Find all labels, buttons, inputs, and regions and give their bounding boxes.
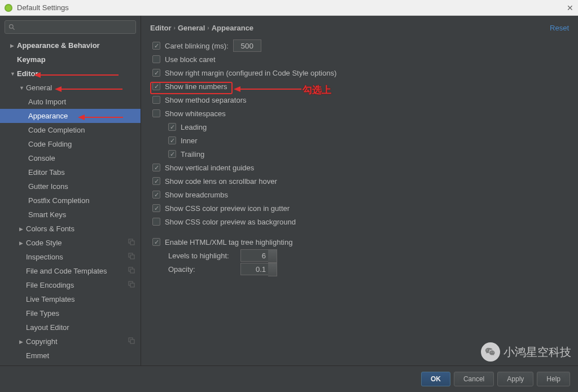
- tree-item[interactable]: Inspections: [0, 250, 141, 264]
- tree-item-label: Keymap: [17, 55, 46, 64]
- svg-rect-3: [130, 241, 134, 245]
- levels-label: Levels to highlight:: [168, 252, 236, 260]
- leading-label: Leading: [181, 123, 207, 131]
- breadcrumb: Editor › General › Appearance Reset: [150, 20, 569, 39]
- tree-item[interactable]: Console: [0, 151, 141, 165]
- tree-item[interactable]: ▶Code Style: [0, 236, 141, 250]
- whitespaces-checkbox[interactable]: [152, 109, 160, 117]
- css-gutter-checkbox[interactable]: [152, 204, 160, 212]
- tree-item[interactable]: Appearance: [0, 109, 141, 123]
- inner-checkbox[interactable]: [168, 136, 176, 144]
- tree-item[interactable]: Live Templates: [0, 292, 141, 306]
- trailing-checkbox[interactable]: [168, 150, 176, 158]
- line-numbers-checkbox[interactable]: [152, 82, 160, 90]
- tree-item[interactable]: Keymap: [0, 52, 141, 67]
- apply-button[interactable]: Apply: [497, 372, 533, 386]
- tree-arrow-icon: ▶: [19, 240, 26, 246]
- leading-checkbox[interactable]: [168, 123, 176, 131]
- copy-icon: [128, 267, 135, 275]
- html-tag-row: Enable HTML/XML tag tree highlighting: [152, 235, 569, 249]
- tree-item-label: Inspections: [26, 253, 63, 261]
- whitespaces-label: Show whitespaces: [165, 109, 226, 118]
- css-gutter-row: Show CSS color preview icon in gutter: [152, 201, 569, 215]
- search-icon: [8, 24, 16, 31]
- sidebar: ▶Appearance & BehaviorKeymap▼Editor▼Gene…: [0, 16, 141, 365]
- whitespaces-row: Show whitespaces: [152, 107, 569, 120]
- tree-item[interactable]: ▶Copyright: [0, 334, 141, 349]
- tree-item[interactable]: ▶Colors & Fonts: [0, 222, 141, 236]
- tree-item[interactable]: Emmet: [0, 349, 141, 363]
- tree-item[interactable]: ▶Appearance & Behavior: [0, 38, 141, 52]
- chevron-right-icon: ›: [174, 25, 176, 31]
- options-panel: Caret blinking (ms): Use block caret Sho…: [150, 39, 569, 276]
- ok-button[interactable]: OK: [421, 372, 450, 386]
- tree-item-label: Code Folding: [28, 140, 72, 148]
- tree-item-label: Editor: [17, 69, 38, 78]
- breadcrumbs-checkbox[interactable]: [152, 191, 160, 199]
- caret-blinking-input[interactable]: [233, 39, 261, 52]
- levels-input[interactable]: 6: [240, 249, 269, 262]
- svg-rect-11: [130, 340, 134, 343]
- tree-item-label: File Encodings: [26, 281, 74, 289]
- tree-item-label: Auto Import: [28, 98, 66, 106]
- block-caret-checkbox[interactable]: [152, 55, 160, 63]
- copy-icon: [128, 253, 135, 261]
- tree-item[interactable]: Postfix Completion: [0, 193, 141, 208]
- tree-item-label: Smart Keys: [28, 210, 66, 219]
- tree-item[interactable]: Layout Editor: [0, 320, 141, 334]
- block-caret-label: Use block caret: [165, 55, 216, 64]
- copy-icon: [128, 337, 135, 346]
- tree-item[interactable]: ▼General: [0, 81, 141, 95]
- tree-item-label: Appearance & Behavior: [17, 41, 100, 50]
- tree-item[interactable]: File Encodings: [0, 278, 141, 292]
- trailing-row: Trailing: [152, 147, 569, 161]
- right-margin-label: Show right margin (configured in Code St…: [165, 69, 336, 77]
- leading-row: Leading: [152, 120, 569, 134]
- tree-item[interactable]: File Types: [0, 306, 141, 320]
- svg-rect-9: [130, 283, 134, 287]
- help-button[interactable]: Help: [537, 372, 570, 386]
- tree-item[interactable]: Smart Keys: [0, 208, 141, 222]
- tree-item[interactable]: Auto Import: [0, 95, 141, 109]
- code-lens-checkbox[interactable]: [152, 177, 160, 185]
- tree-item[interactable]: Code Completion: [0, 123, 141, 137]
- copy-icon: [128, 239, 135, 247]
- reset-link[interactable]: Reset: [550, 24, 569, 32]
- inner-row: Inner: [152, 134, 569, 147]
- tree-item[interactable]: Gutter Icons: [0, 179, 141, 193]
- svg-line-1: [12, 28, 14, 29]
- tree-arrow-icon: ▶: [19, 339, 26, 345]
- chevron-right-icon: ›: [207, 25, 209, 31]
- tree-item-label: Gutter Icons: [28, 182, 68, 191]
- search-input[interactable]: [5, 20, 136, 34]
- tree-item-label: Console: [28, 154, 55, 162]
- tree-item[interactable]: Code Folding: [0, 137, 141, 151]
- tree-item-label: Code Completion: [28, 126, 85, 134]
- tree-item-label: Live Templates: [26, 295, 75, 303]
- watermark: 小鸿星空科技: [481, 342, 571, 362]
- breadcrumbs-label: Show breadcrumbs: [165, 191, 228, 199]
- content-panel: Editor › General › Appearance Reset Care…: [141, 16, 578, 365]
- right-margin-row: Show right margin (configured in Code St…: [152, 66, 569, 80]
- tree-item-label: General: [26, 83, 52, 92]
- css-bg-checkbox[interactable]: [152, 218, 160, 226]
- opacity-input[interactable]: 0.1: [240, 263, 269, 275]
- tree-item[interactable]: ▼Editor: [0, 67, 141, 81]
- method-separators-checkbox[interactable]: [152, 96, 160, 104]
- tree-item[interactable]: Editor Tabs: [0, 165, 141, 179]
- caret-blinking-checkbox[interactable]: [152, 42, 160, 50]
- tree-item[interactable]: File and Code Templates: [0, 264, 141, 278]
- indent-guides-checkbox[interactable]: [152, 164, 160, 171]
- cancel-button[interactable]: Cancel: [454, 372, 494, 386]
- breadcrumb-part[interactable]: Editor: [150, 24, 172, 32]
- breadcrumb-part[interactable]: General: [178, 24, 205, 32]
- caret-blinking-label: Caret blinking (ms):: [165, 42, 229, 50]
- right-margin-checkbox[interactable]: [152, 69, 160, 77]
- opacity-label: Opacity:: [168, 265, 236, 274]
- html-tag-checkbox[interactable]: [152, 238, 160, 246]
- breadcrumbs-row: Show breadcrumbs: [152, 188, 569, 201]
- levels-row: Levels to highlight: 6: [152, 249, 569, 262]
- indent-guides-label: Show vertical indent guides: [165, 164, 254, 172]
- close-icon[interactable]: ✕: [567, 3, 573, 12]
- tree-item-label: Copyright: [26, 337, 58, 346]
